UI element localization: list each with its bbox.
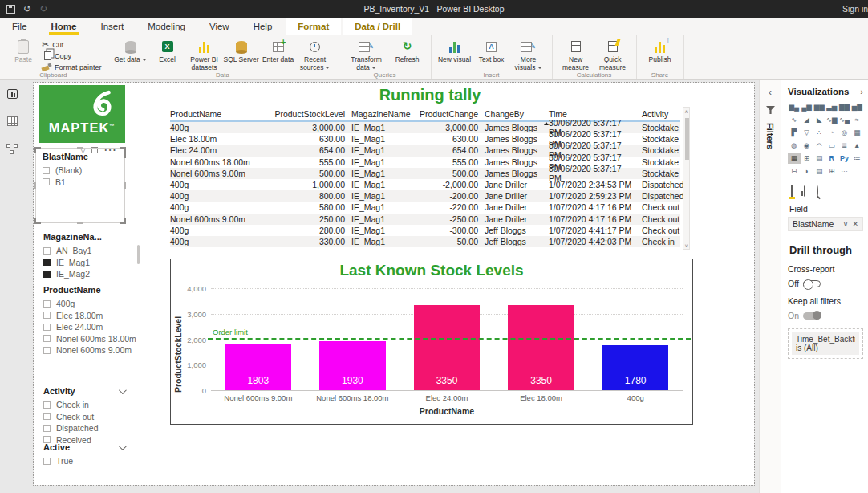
table-visual[interactable]: Running tally ProductName ProductStockLe…: [170, 86, 690, 247]
ribbon-tab[interactable]: File: [0, 18, 39, 35]
checkbox[interactable]: [43, 401, 51, 409]
text-box-button[interactable]: A Text box: [473, 38, 510, 64]
resize-handle[interactable]: [77, 147, 83, 149]
checkbox[interactable]: [43, 425, 51, 432]
visual-type-icon[interactable]: ≔: [850, 153, 863, 164]
paste-button[interactable]: Paste: [5, 38, 42, 64]
ribbon-tab[interactable]: Format: [286, 18, 341, 35]
chevron-down-icon[interactable]: [119, 442, 127, 450]
table-row[interactable]: 400g 330.00 IE_Mag1 50.00 Jeff Bloggs 1/…: [170, 236, 680, 247]
checkbox[interactable]: [43, 458, 51, 465]
resize-handle[interactable]: [34, 147, 41, 153]
visual-type-icon[interactable]: ▇▇: [838, 101, 851, 112]
visual-type-icon[interactable]: ▤: [813, 165, 825, 177]
expand-filters-icon[interactable]: ‹: [769, 87, 772, 98]
visual-type-icon[interactable]: ◉: [801, 140, 813, 151]
checkbox[interactable]: [43, 347, 51, 354]
refresh-button[interactable]: ↻ Refresh: [389, 38, 426, 64]
table-row[interactable]: 400g 280.00 IE_Mag1 -300.00 Jeff Bloggs …: [170, 225, 680, 236]
visual-type-icon[interactable]: ▅▇: [850, 101, 863, 112]
visual-type-icon[interactable]: R: [825, 153, 838, 164]
visual-type-icon[interactable]: ∿: [788, 114, 801, 125]
model-view-button[interactable]: [0, 135, 24, 162]
checkbox[interactable]: [43, 167, 50, 174]
slicer-option[interactable]: B1: [43, 177, 118, 189]
resize-handle[interactable]: [34, 218, 41, 224]
checkbox[interactable]: [43, 178, 50, 185]
column-header[interactable]: ProductStockLevel: [270, 109, 345, 119]
enter-data-button[interactable]: Enter data: [260, 38, 297, 64]
column-header[interactable]: ProductName: [170, 109, 270, 119]
bar-fill[interactable]: 3350: [508, 305, 574, 390]
power-bi-datasets-button[interactable]: Power BI datasets: [186, 38, 223, 71]
visual-type-icon[interactable]: ▲: [850, 140, 863, 151]
checkbox[interactable]: [43, 413, 51, 420]
new-measure-button[interactable]: New measure: [558, 38, 594, 71]
ribbon-tab[interactable]: Modeling: [136, 18, 197, 35]
visual-type-icon[interactable]: ⊟: [788, 165, 801, 177]
bar-chart-visual[interactable]: Last Known Stock Levels ProductStockLeve…: [170, 259, 693, 425]
table-row[interactable]: 400g 580.00 IE_Mag1 -220.00 Jane Driller…: [170, 202, 680, 213]
slicer-option[interactable]: IE_Mag2: [43, 268, 148, 280]
slicer-option[interactable]: Nonel 600ms 18.00m: [43, 333, 156, 345]
slicer-magazinename[interactable]: MagazineNa... AN_Bay1 IE_Mag1: [43, 232, 148, 280]
filters-pane-collapsed[interactable]: ‹ Filters: [759, 80, 781, 493]
visual-type-icon[interactable]: ∴: [813, 127, 825, 138]
slicer-option[interactable]: Elec 18.00m: [43, 310, 156, 322]
table-row[interactable]: Nonel 600ms 9.00m 500.00 IE_Mag1 500.00 …: [170, 168, 680, 179]
checkbox[interactable]: [43, 271, 51, 278]
ribbon-tab[interactable]: Home: [39, 18, 89, 35]
visual-type-icon[interactable]: ◍: [788, 140, 801, 151]
data-view-button[interactable]: [0, 108, 24, 135]
table-row[interactable]: 400g 800.00 IE_Mag1 -200.00 Jane Driller…: [170, 190, 680, 202]
scroll-up-icon[interactable]: ∧: [684, 108, 688, 114]
visual-type-icon[interactable]: ∿▆: [825, 114, 838, 125]
checkbox[interactable]: [43, 259, 51, 266]
cut-button[interactable]: ✂ Cut: [42, 39, 102, 50]
ribbon-tab[interactable]: Insert: [88, 18, 136, 35]
checkbox[interactable]: [43, 247, 51, 255]
slicer-option[interactable]: Elec 24.00m: [43, 321, 156, 333]
slicer-option[interactable]: (Blank): [43, 165, 118, 177]
column-header[interactable]: Time: [542, 109, 635, 119]
slicer-scrollbar[interactable]: [137, 245, 140, 264]
more-visuals-button[interactable]: ✎ More visuals: [510, 38, 547, 71]
checkbox[interactable]: [43, 335, 51, 342]
visual-type-icon[interactable]: ◎: [838, 127, 851, 138]
tab-fields[interactable]: [791, 186, 793, 196]
get-data-button[interactable]: Get data: [112, 38, 149, 64]
visual-type-icon[interactable]: ≣: [838, 140, 851, 151]
scrollbar-thumb[interactable]: [685, 118, 689, 160]
checkbox[interactable]: [43, 312, 51, 319]
field-well-pill[interactable]: BlastName ∨ ✕: [788, 217, 863, 231]
visual-type-icon[interactable]: ◢: [801, 114, 813, 125]
bar-fill[interactable]: 1780: [602, 345, 668, 391]
visual-type-icon[interactable]: ▛: [788, 127, 801, 138]
resize-handle[interactable]: [120, 218, 126, 224]
visual-type-icon[interactable]: ▦: [788, 153, 801, 164]
slicer-option[interactable]: IE_Mag1: [43, 257, 148, 269]
table-scrollbar[interactable]: ∧ ∨: [683, 107, 690, 250]
visual-type-icon[interactable]: ···: [838, 165, 851, 177]
slicer-blastname[interactable]: BlastName (Blank) B1: [35, 148, 125, 223]
visual-type-icon[interactable]: ⊞: [825, 165, 838, 177]
visual-type-icon[interactable]: ◗: [801, 165, 813, 177]
column-header[interactable]: ChangeBy: [478, 109, 542, 119]
checkbox[interactable]: [43, 300, 51, 308]
bar-fill[interactable]: 1930: [319, 341, 385, 390]
slicer-option[interactable]: 400g: [43, 298, 156, 310]
excel-button[interactable]: X Excel: [149, 38, 186, 64]
visual-type-icon[interactable]: ≈: [850, 114, 863, 125]
drill-field-dropzone[interactable]: Time_Bet_Backfill&Ten ✕ is (All): [788, 328, 863, 359]
slicer-activity[interactable]: Activity Check in Check out Dispatched: [43, 386, 128, 446]
visual-type-icon[interactable]: Py: [838, 153, 851, 164]
visual-type-icon[interactable]: ▤: [813, 153, 825, 164]
recent-sources-button[interactable]: Recent sources: [297, 38, 334, 71]
visual-type-icon[interactable]: ▆▄: [788, 101, 801, 112]
remove-field-icon[interactable]: ✕: [852, 220, 858, 228]
transform-data-button[interactable]: ✎ Transform data: [344, 38, 389, 71]
column-header[interactable]: MagazineName: [345, 109, 411, 119]
visual-type-icon[interactable]: ◠: [813, 140, 825, 151]
slicer-active[interactable]: Active True: [43, 442, 128, 467]
keep-filters-toggle[interactable]: [803, 312, 821, 320]
